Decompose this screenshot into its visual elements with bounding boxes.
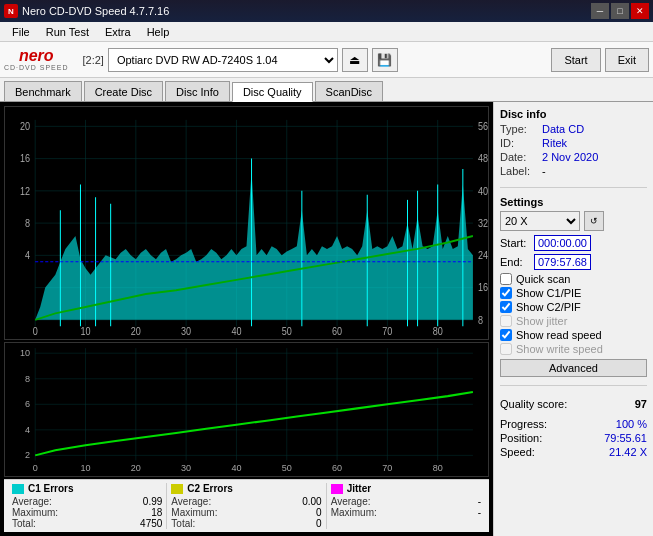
svg-text:48: 48: [478, 152, 488, 164]
tab-createdisc[interactable]: Create Disc: [84, 81, 163, 101]
svg-text:40: 40: [231, 325, 241, 337]
read-speed-checkbox[interactable]: [500, 329, 512, 341]
quality-score-value: 97: [635, 398, 647, 410]
close-button[interactable]: ✕: [631, 3, 649, 19]
speed-value: 21.42 X: [609, 446, 647, 458]
menu-runtest[interactable]: Run Test: [38, 24, 97, 40]
legend-c1-title: C1 Errors: [28, 483, 74, 494]
tab-scandisc[interactable]: ScanDisc: [315, 81, 383, 101]
quick-scan-label: Quick scan: [516, 273, 570, 285]
legend-c1: C1 Errors Average: 0.99 Maximum: 18 Tota…: [8, 483, 167, 529]
svg-text:16: 16: [20, 152, 30, 164]
disc-date-row: Date: 2 Nov 2020: [500, 151, 647, 163]
legend-jitter-title: Jitter: [347, 483, 371, 494]
svg-text:10: 10: [80, 463, 90, 473]
progress-row: Progress: 100 %: [500, 418, 647, 430]
jitter-label: Show jitter: [516, 315, 567, 327]
legend-c1-max: Maximum: 18: [12, 507, 162, 518]
titlebar-left: N Nero CD-DVD Speed 4.7.7.16: [4, 4, 169, 18]
legend-c2-max: Maximum: 0: [171, 507, 321, 518]
lower-chart-svg: 10 8 6 4 2 0 10 20 30 40 50 60 70 80: [5, 343, 488, 476]
titlebar-title: Nero CD-DVD Speed 4.7.7.16: [22, 5, 169, 17]
c2-pif-row: Show C2/PIF: [500, 301, 647, 313]
date-value: 2 Nov 2020: [542, 151, 598, 163]
c2-pif-checkbox[interactable]: [500, 301, 512, 313]
eject-button[interactable]: ⏏: [342, 48, 368, 72]
menu-extra[interactable]: Extra: [97, 24, 139, 40]
legend-jitter-header: Jitter: [331, 483, 481, 494]
speed-icon-button[interactable]: ↺: [584, 211, 604, 231]
quality-score-section: Quality score: 97: [500, 398, 647, 410]
write-speed-label: Show write speed: [516, 343, 603, 355]
minimize-button[interactable]: ─: [591, 3, 609, 19]
c2-pif-label: Show C2/PIF: [516, 301, 581, 313]
legend-c2-avg: Average: 0.00: [171, 496, 321, 507]
jitter-color-box: [331, 484, 343, 494]
jitter-checkbox[interactable]: [500, 315, 512, 327]
progress-section: Progress: 100 % Position: 79:55.61 Speed…: [500, 418, 647, 460]
svg-text:40: 40: [231, 463, 241, 473]
advanced-button[interactable]: Advanced: [500, 359, 647, 377]
read-speed-label: Show read speed: [516, 329, 602, 341]
svg-text:2: 2: [25, 451, 30, 461]
maximize-button[interactable]: □: [611, 3, 629, 19]
upper-chart: 20 16 12 8 4 56 48 40 32 24 16 8 0 10 20…: [4, 106, 489, 340]
legend-c2-title: C2 Errors: [187, 483, 233, 494]
svg-text:80: 80: [433, 463, 443, 473]
app-icon: N: [4, 4, 18, 18]
svg-rect-51: [5, 343, 488, 476]
upper-chart-svg: 20 16 12 8 4 56 48 40 32 24 16 8 0 10 20…: [5, 107, 488, 339]
menu-help[interactable]: Help: [139, 24, 178, 40]
svg-text:0: 0: [33, 325, 38, 337]
svg-text:10: 10: [20, 348, 30, 358]
quick-scan-checkbox[interactable]: [500, 273, 512, 285]
legend: C1 Errors Average: 0.99 Maximum: 18 Tota…: [4, 479, 489, 532]
legend-c2: C2 Errors Average: 0.00 Maximum: 0 Total…: [167, 483, 326, 529]
speed-row-2: Speed: 21.42 X: [500, 446, 647, 458]
tab-discquality[interactable]: Disc Quality: [232, 82, 313, 102]
svg-text:20: 20: [20, 120, 30, 132]
svg-text:10: 10: [80, 325, 90, 337]
id-label: ID:: [500, 137, 538, 149]
settings-heading: Settings: [500, 196, 647, 208]
svg-text:60: 60: [332, 463, 342, 473]
read-speed-row: Show read speed: [500, 329, 647, 341]
svg-text:56: 56: [478, 120, 488, 132]
nero-logo-sub: CD·DVD SPEED: [4, 64, 69, 71]
titlebar-controls: ─ □ ✕: [591, 3, 649, 19]
legend-jitter: Jitter Average: - Maximum: -: [327, 483, 485, 529]
svg-text:30: 30: [181, 463, 191, 473]
menubar: File Run Test Extra Help: [0, 22, 653, 42]
right-panel: Disc info Type: Data CD ID: Ritek Date: …: [493, 102, 653, 536]
svg-text:0: 0: [33, 463, 38, 473]
date-label: Date:: [500, 151, 538, 163]
disc-info-heading: Disc info: [500, 108, 647, 120]
svg-text:4: 4: [25, 425, 30, 435]
label-value: -: [542, 165, 546, 177]
legend-jitter-max: Maximum: -: [331, 507, 481, 518]
c1-pie-checkbox[interactable]: [500, 287, 512, 299]
end-time-row: End: 079:57.68: [500, 254, 647, 270]
legend-c1-avg: Average: 0.99: [12, 496, 162, 507]
save-button[interactable]: 💾: [372, 48, 398, 72]
tab-discinfo[interactable]: Disc Info: [165, 81, 230, 101]
legend-c1-header: C1 Errors: [12, 483, 162, 494]
drive-select[interactable]: Optiarc DVD RW AD-7240S 1.04: [108, 48, 338, 72]
disc-label-row: Label: -: [500, 165, 647, 177]
tab-benchmark[interactable]: Benchmark: [4, 81, 82, 101]
chart-area: 20 16 12 8 4 56 48 40 32 24 16 8 0 10 20…: [0, 102, 493, 536]
disc-type-row: Type: Data CD: [500, 123, 647, 135]
start-button[interactable]: Start: [551, 48, 600, 72]
disc-info-section: Disc info Type: Data CD ID: Ritek Date: …: [500, 108, 647, 179]
menu-file[interactable]: File: [4, 24, 38, 40]
svg-text:8: 8: [25, 374, 30, 384]
end-time-value: 079:57.68: [534, 254, 591, 270]
type-label: Type:: [500, 123, 538, 135]
svg-text:40: 40: [478, 185, 488, 197]
end-time-label: End:: [500, 256, 530, 268]
exit-button[interactable]: Exit: [605, 48, 649, 72]
start-time-row: Start: 000:00.00: [500, 235, 647, 251]
speed-select[interactable]: 20 X Max 1 X 2 X 4 X 8 X 16 X 32 X 40 X …: [500, 211, 580, 231]
tabs: Benchmark Create Disc Disc Info Disc Qua…: [0, 78, 653, 102]
write-speed-checkbox[interactable]: [500, 343, 512, 355]
